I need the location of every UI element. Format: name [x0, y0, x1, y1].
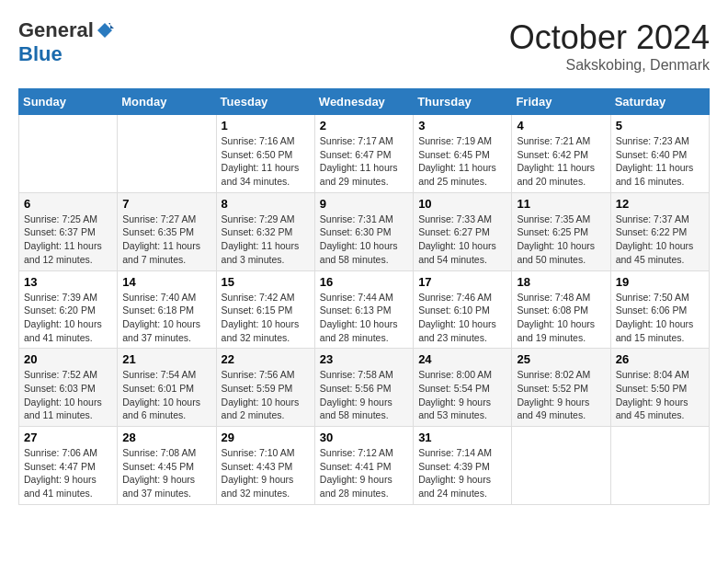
calendar-day-cell: 23Sunrise: 7:58 AMSunset: 5:56 PMDayligh… — [314, 349, 413, 427]
day-number: 26 — [616, 352, 704, 366]
day-number: 4 — [517, 119, 605, 132]
day-number: 5 — [616, 119, 704, 132]
day-info: Sunrise: 7:14 AMSunset: 4:39 PMDaylight:… — [418, 446, 506, 500]
calendar-day-cell: 29Sunrise: 7:10 AMSunset: 4:43 PMDayligh… — [216, 427, 314, 505]
calendar-week-row: 27Sunrise: 7:06 AMSunset: 4:47 PMDayligh… — [19, 427, 710, 505]
day-of-week-header: Monday — [118, 89, 216, 115]
day-of-week-header: Thursday — [414, 89, 512, 115]
calendar-day-cell: 5Sunrise: 7:23 AMSunset: 6:40 PMDaylight… — [610, 115, 709, 193]
day-number: 8 — [222, 197, 310, 211]
day-number: 19 — [616, 275, 704, 289]
day-number: 11 — [517, 197, 605, 211]
calendar-day-cell — [610, 427, 709, 505]
calendar-day-cell: 13Sunrise: 7:39 AMSunset: 6:20 PMDayligh… — [19, 270, 118, 349]
calendar-day-cell: 6Sunrise: 7:25 AMSunset: 6:37 PMDaylight… — [19, 192, 118, 270]
logo-icon — [96, 21, 114, 40]
calendar-day-cell: 17Sunrise: 7:46 AMSunset: 6:10 PMDayligh… — [414, 270, 512, 349]
day-of-week-header: Tuesday — [216, 89, 314, 115]
calendar-day-cell: 11Sunrise: 7:35 AMSunset: 6:25 PMDayligh… — [512, 192, 610, 270]
calendar-header-row: SundayMondayTuesdayWednesdayThursdayFrid… — [19, 89, 710, 115]
calendar-day-cell: 16Sunrise: 7:44 AMSunset: 6:13 PMDayligh… — [314, 270, 413, 349]
calendar-day-cell: 25Sunrise: 8:02 AMSunset: 5:52 PMDayligh… — [512, 349, 610, 427]
calendar-day-cell: 20Sunrise: 7:52 AMSunset: 6:03 PMDayligh… — [19, 349, 118, 427]
day-number: 12 — [616, 197, 704, 211]
day-number: 20 — [24, 352, 112, 366]
day-number: 16 — [320, 275, 408, 289]
calendar-day-cell: 21Sunrise: 7:54 AMSunset: 6:01 PMDayligh… — [118, 349, 216, 427]
calendar-day-cell: 22Sunrise: 7:56 AMSunset: 5:59 PMDayligh… — [216, 349, 314, 427]
day-number: 6 — [24, 197, 112, 211]
calendar-day-cell — [19, 115, 118, 193]
day-info: Sunrise: 7:50 AMSunset: 6:06 PMDaylight:… — [616, 291, 704, 345]
calendar-day-cell: 4Sunrise: 7:21 AMSunset: 6:42 PMDaylight… — [512, 115, 610, 193]
day-info: Sunrise: 7:17 AMSunset: 6:47 PMDaylight:… — [320, 134, 408, 189]
day-number: 27 — [24, 431, 112, 444]
day-info: Sunrise: 8:02 AMSunset: 5:52 PMDaylight:… — [517, 368, 605, 422]
logo-blue: Blue — [18, 42, 63, 66]
calendar-week-row: 20Sunrise: 7:52 AMSunset: 6:03 PMDayligh… — [19, 349, 710, 427]
day-info: Sunrise: 7:58 AMSunset: 5:56 PMDaylight:… — [320, 368, 408, 422]
title-section: October 2024 Sakskobing, Denmark — [509, 18, 710, 74]
calendar-day-cell: 12Sunrise: 7:37 AMSunset: 6:22 PMDayligh… — [610, 192, 709, 270]
day-number: 25 — [517, 352, 605, 366]
calendar-table: SundayMondayTuesdayWednesdayThursdayFrid… — [18, 88, 710, 505]
location-subtitle: Sakskobing, Denmark — [509, 57, 710, 74]
calendar-day-cell: 30Sunrise: 7:12 AMSunset: 4:41 PMDayligh… — [314, 427, 413, 505]
day-number: 10 — [418, 197, 506, 211]
day-info: Sunrise: 7:08 AMSunset: 4:45 PMDaylight:… — [122, 446, 210, 500]
calendar-day-cell: 26Sunrise: 8:04 AMSunset: 5:50 PMDayligh… — [610, 349, 709, 427]
day-number: 24 — [418, 352, 506, 366]
calendar-day-cell — [512, 427, 610, 505]
day-number: 1 — [222, 119, 310, 132]
day-number: 30 — [320, 431, 408, 444]
day-number: 9 — [320, 197, 408, 211]
calendar-day-cell: 3Sunrise: 7:19 AMSunset: 6:45 PMDaylight… — [414, 115, 512, 193]
day-of-week-header: Wednesday — [314, 89, 413, 115]
day-info: Sunrise: 7:10 AMSunset: 4:43 PMDaylight:… — [222, 446, 310, 500]
day-info: Sunrise: 7:42 AMSunset: 6:15 PMDaylight:… — [222, 291, 310, 345]
svg-marker-0 — [97, 23, 112, 38]
day-number: 23 — [320, 352, 408, 366]
day-number: 18 — [517, 275, 605, 289]
day-number: 3 — [418, 119, 506, 132]
calendar-day-cell: 15Sunrise: 7:42 AMSunset: 6:15 PMDayligh… — [216, 270, 314, 349]
day-info: Sunrise: 7:48 AMSunset: 6:08 PMDaylight:… — [517, 291, 605, 345]
day-info: Sunrise: 7:23 AMSunset: 6:40 PMDaylight:… — [616, 134, 704, 189]
day-info: Sunrise: 7:35 AMSunset: 6:25 PMDaylight:… — [517, 213, 605, 267]
calendar-day-cell: 31Sunrise: 7:14 AMSunset: 4:39 PMDayligh… — [414, 427, 512, 505]
day-info: Sunrise: 7:16 AMSunset: 6:50 PMDaylight:… — [222, 134, 310, 189]
calendar-day-cell: 18Sunrise: 7:48 AMSunset: 6:08 PMDayligh… — [512, 270, 610, 349]
day-info: Sunrise: 7:52 AMSunset: 6:03 PMDaylight:… — [24, 368, 112, 422]
logo-general: General — [18, 18, 94, 42]
day-info: Sunrise: 7:27 AMSunset: 6:35 PMDaylight:… — [122, 213, 210, 267]
day-info: Sunrise: 7:40 AMSunset: 6:18 PMDaylight:… — [122, 291, 210, 345]
day-number: 22 — [222, 352, 310, 366]
calendar-day-cell: 27Sunrise: 7:06 AMSunset: 4:47 PMDayligh… — [19, 427, 118, 505]
day-number: 21 — [122, 352, 210, 366]
day-info: Sunrise: 7:44 AMSunset: 6:13 PMDaylight:… — [320, 291, 408, 345]
calendar-week-row: 6Sunrise: 7:25 AMSunset: 6:37 PMDaylight… — [19, 192, 710, 270]
day-number: 31 — [418, 431, 506, 444]
calendar-day-cell: 7Sunrise: 7:27 AMSunset: 6:35 PMDaylight… — [118, 192, 216, 270]
day-info: Sunrise: 7:33 AMSunset: 6:27 PMDaylight:… — [418, 213, 506, 267]
day-info: Sunrise: 7:39 AMSunset: 6:20 PMDaylight:… — [24, 291, 112, 345]
day-info: Sunrise: 8:00 AMSunset: 5:54 PMDaylight:… — [418, 368, 506, 422]
day-info: Sunrise: 8:04 AMSunset: 5:50 PMDaylight:… — [616, 368, 704, 422]
day-info: Sunrise: 7:25 AMSunset: 6:37 PMDaylight:… — [24, 213, 112, 267]
day-info: Sunrise: 7:21 AMSunset: 6:42 PMDaylight:… — [517, 134, 605, 189]
month-title: October 2024 — [509, 18, 710, 57]
calendar-day-cell: 8Sunrise: 7:29 AMSunset: 6:32 PMDaylight… — [216, 192, 314, 270]
day-number: 29 — [222, 431, 310, 444]
calendar-day-cell: 24Sunrise: 8:00 AMSunset: 5:54 PMDayligh… — [414, 349, 512, 427]
day-number: 2 — [320, 119, 408, 132]
day-info: Sunrise: 7:19 AMSunset: 6:45 PMDaylight:… — [418, 134, 506, 189]
page-header: General Blue October 2024 Sakskobing, De… — [18, 18, 710, 74]
calendar-day-cell: 14Sunrise: 7:40 AMSunset: 6:18 PMDayligh… — [118, 270, 216, 349]
calendar-day-cell: 2Sunrise: 7:17 AMSunset: 6:47 PMDaylight… — [314, 115, 413, 193]
day-info: Sunrise: 7:37 AMSunset: 6:22 PMDaylight:… — [616, 213, 704, 267]
logo: General Blue — [18, 18, 114, 66]
calendar-week-row: 1Sunrise: 7:16 AMSunset: 6:50 PMDaylight… — [19, 115, 710, 193]
calendar-week-row: 13Sunrise: 7:39 AMSunset: 6:20 PMDayligh… — [19, 270, 710, 349]
day-number: 15 — [222, 275, 310, 289]
day-number: 7 — [122, 197, 210, 211]
